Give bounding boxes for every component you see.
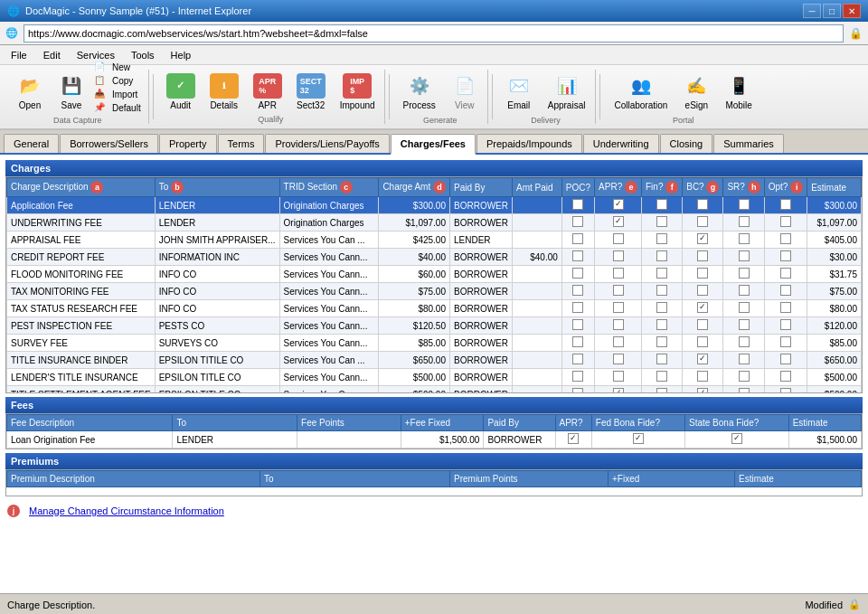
checkbox[interactable] xyxy=(613,199,624,210)
charge-apr-cell[interactable] xyxy=(595,214,642,231)
checkbox[interactable] xyxy=(731,433,742,444)
checkbox[interactable] xyxy=(572,388,583,393)
charge-opt-cell[interactable] xyxy=(764,369,807,386)
close-button[interactable]: ✕ xyxy=(843,4,861,18)
tab-summaries[interactable]: Summaries xyxy=(713,134,784,153)
charge-apr-cell[interactable] xyxy=(595,249,642,266)
charge-bc-cell[interactable] xyxy=(683,386,723,394)
charges-table-row[interactable]: TITLE INSURANCE BINDER EPSILON TITILE CO… xyxy=(7,352,862,369)
charge-opt-cell[interactable] xyxy=(764,197,807,214)
checkbox[interactable] xyxy=(572,268,583,279)
checkbox[interactable] xyxy=(656,250,667,261)
fee-col-fed[interactable]: Fed Bona Fide? xyxy=(591,415,684,431)
charge-fin-cell[interactable] xyxy=(641,335,682,352)
charges-table-row[interactable]: CREDIT REPORT FEE INFORMATION INC Servic… xyxy=(7,249,862,266)
checkbox[interactable] xyxy=(656,319,667,330)
charge-opt-cell[interactable] xyxy=(764,386,807,394)
checkbox[interactable] xyxy=(739,354,750,364)
tab-underwriting[interactable]: Underwriting xyxy=(583,134,659,153)
default-button[interactable]: Default xyxy=(108,102,145,114)
charge-opt-cell[interactable] xyxy=(764,249,807,266)
checkbox[interactable] xyxy=(780,354,791,364)
minimize-button[interactable]: ─ xyxy=(803,4,821,18)
charge-apr-cell[interactable] xyxy=(595,197,642,214)
charge-fin-cell[interactable] xyxy=(641,386,682,394)
save-button[interactable]: 💾 Save xyxy=(52,70,90,114)
esign-button[interactable]: ✍️ eSign xyxy=(677,70,715,114)
col-header-amt-paid[interactable]: Amt Paid xyxy=(512,178,561,197)
charge-poc-cell[interactable] xyxy=(561,386,594,394)
charge-sr-cell[interactable] xyxy=(723,352,764,369)
charge-bc-cell[interactable] xyxy=(683,352,723,369)
col-header-paid-by[interactable]: Paid By xyxy=(449,178,512,197)
checkbox[interactable] xyxy=(656,354,667,364)
charge-fin-cell[interactable] xyxy=(641,352,682,369)
checkbox[interactable] xyxy=(739,233,750,244)
charge-fin-cell[interactable] xyxy=(641,266,682,283)
checkbox[interactable] xyxy=(739,216,750,227)
checkbox[interactable] xyxy=(697,216,708,227)
checkbox[interactable] xyxy=(739,388,750,393)
charge-apr-cell[interactable] xyxy=(595,352,642,369)
checkbox[interactable] xyxy=(780,388,791,393)
charge-bc-cell[interactable] xyxy=(683,300,723,317)
appraisal-button[interactable]: 📊 Appraisal xyxy=(542,70,592,114)
checkbox[interactable] xyxy=(613,319,624,330)
checkbox[interactable] xyxy=(780,216,791,227)
checkbox[interactable] xyxy=(613,268,624,279)
charge-poc-cell[interactable] xyxy=(561,214,594,231)
checkbox[interactable] xyxy=(572,199,583,210)
checkbox[interactable] xyxy=(568,433,579,444)
collaboration-button[interactable]: 👥 Collaboration xyxy=(608,70,674,114)
charge-opt-cell[interactable] xyxy=(764,335,807,352)
charge-opt-cell[interactable] xyxy=(764,231,807,249)
prem-col-estimate[interactable]: Estimate xyxy=(735,471,862,487)
charge-poc-cell[interactable] xyxy=(561,317,594,335)
impound-button[interactable]: IMP$ Impound xyxy=(335,71,381,113)
charge-fin-cell[interactable] xyxy=(641,317,682,335)
checkbox[interactable] xyxy=(780,302,791,313)
checkbox[interactable] xyxy=(739,319,750,330)
checkbox[interactable] xyxy=(780,250,791,261)
charge-bc-cell[interactable] xyxy=(683,266,723,283)
charge-sr-cell[interactable] xyxy=(723,197,764,214)
col-header-charge-desc[interactable]: Charge Description a xyxy=(7,178,156,197)
prem-col-desc[interactable]: Premium Description xyxy=(7,471,260,487)
col-header-to[interactable]: To b xyxy=(155,178,279,197)
checkbox[interactable] xyxy=(572,233,583,244)
fees-table-row[interactable]: Loan Origination Fee LENDER $1,500.00 BO… xyxy=(7,431,862,449)
menu-file[interactable]: File xyxy=(4,48,34,62)
checkbox[interactable] xyxy=(656,302,667,313)
col-header-fin[interactable]: Fin? f xyxy=(641,178,682,197)
checkbox[interactable] xyxy=(780,371,791,382)
charge-opt-cell[interactable] xyxy=(764,266,807,283)
checkbox[interactable] xyxy=(572,216,583,227)
charge-poc-cell[interactable] xyxy=(561,335,594,352)
checkbox[interactable] xyxy=(697,250,708,261)
new-button[interactable]: New xyxy=(108,61,134,73)
charge-apr-cell[interactable] xyxy=(595,300,642,317)
checkbox[interactable] xyxy=(780,233,791,244)
charges-table-row[interactable]: APPRAISAL FEE JOHN SMITH APPRAISER... Se… xyxy=(7,231,862,249)
fee-col-points[interactable]: Fee Points xyxy=(297,415,401,431)
checkbox[interactable] xyxy=(613,285,624,296)
menu-tools[interactable]: Tools xyxy=(124,48,162,62)
menu-services[interactable]: Services xyxy=(70,48,122,62)
sect32-button[interactable]: SECT32 Sect32 xyxy=(291,71,331,113)
checkbox[interactable] xyxy=(613,250,624,261)
charges-table-row[interactable]: TAX STATUS RESEARCH FEE INFO CO Services… xyxy=(7,300,862,317)
manage-link[interactable]: Manage Changed Circumstance Information xyxy=(24,504,230,518)
charge-poc-cell[interactable] xyxy=(561,283,594,300)
charge-sr-cell[interactable] xyxy=(723,369,764,386)
fee-apr-cell[interactable] xyxy=(555,431,591,449)
charge-apr-cell[interactable] xyxy=(595,266,642,283)
charge-sr-cell[interactable] xyxy=(723,386,764,394)
charge-poc-cell[interactable] xyxy=(561,249,594,266)
col-header-trid[interactable]: TRID Section c xyxy=(279,178,379,197)
charges-table-row[interactable]: TAX MONITORING FEE INFO CO Services You … xyxy=(7,283,862,300)
col-header-charge-amt[interactable]: Charge Amt d xyxy=(379,178,450,197)
process-button[interactable]: ⚙️ Process xyxy=(397,70,442,114)
charges-table-row[interactable]: SURVEY FEE SURVEYS CO Services You Cann.… xyxy=(7,335,862,352)
col-header-apr[interactable]: APR? e xyxy=(595,178,642,197)
open-button[interactable]: 📂 Open xyxy=(11,70,49,114)
